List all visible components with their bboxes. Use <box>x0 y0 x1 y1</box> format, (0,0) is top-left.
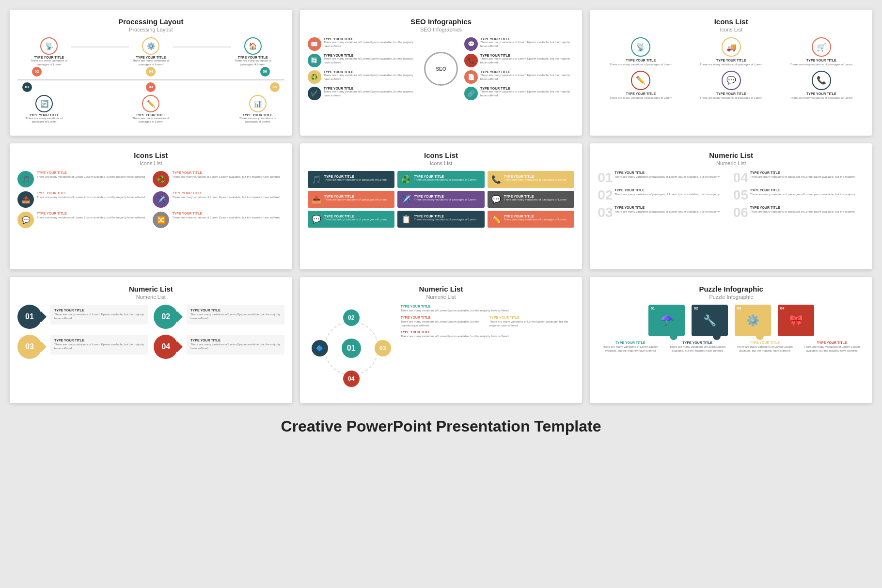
proc-body-05: There are many variations of passages of… <box>236 117 280 124</box>
slide-9-subtitle: Puzzle Infographic <box>598 294 865 300</box>
num-circ-04: 04 TYPE YOUR TITLE There are many variat… <box>154 335 284 359</box>
icon-list-3: 📤 TYPE YOUR TITLE There are many variati… <box>17 191 149 208</box>
num-text-06: TYPE YOUR TITLE There are many variation… <box>750 206 855 214</box>
icons-box-grid: 🎵 TYPE YOUR TITLE There are many variati… <box>308 171 575 228</box>
seo-item-5: 💬 TYPE YOUR TITLE There are many variati… <box>464 37 574 51</box>
circular-layout: 01 02 03 04 🔷 TYPE YOUR TITLE There are … <box>308 305 575 392</box>
slide-7-title: Numeric List <box>17 285 284 293</box>
slide-8-title: Numeric List <box>308 285 575 293</box>
proc-item-04: ⚙️ TYPE YOUR TITLE There are many variat… <box>129 37 173 67</box>
num-circ-04-circle: 04 <box>154 335 178 359</box>
num-01: 01 <box>598 171 612 185</box>
icon-list-4: ✈️ TYPE YOUR TITLE There are many variat… <box>153 191 284 208</box>
puzzle-num-2: 02 <box>694 306 698 310</box>
num-circ-01: 01 TYPE YOUR TITLE There are many variat… <box>17 305 148 329</box>
num-text-01: TYPE YOUR TITLE There are many variation… <box>614 171 720 179</box>
num-05: 05 <box>733 188 748 202</box>
circ-pos-04: 04 <box>343 371 360 387</box>
slide-grid: Processing Layout Processing Layout 📡 TY… <box>10 10 872 403</box>
num-03: 03 <box>598 206 612 219</box>
puzzle-piece-2: 02 🔧 <box>692 305 728 336</box>
proc-num-04: 04 <box>146 67 156 77</box>
icon-box-icon-8: 📋 <box>401 215 411 224</box>
icon-box-icon-3: 📞 <box>491 175 501 184</box>
icon-circle-5: 💬 <box>722 71 741 90</box>
icon-circle-4: ✏️ <box>631 71 650 90</box>
seo-item-3: ♻️ TYPE YOUR TITLE There are many variat… <box>308 70 418 84</box>
icon-list-text-6: TYPE YOUR TITLE There are many variation… <box>172 212 280 220</box>
icon-vert-4: ✏️ TYPE YOUR TITLE There are many variat… <box>598 71 684 100</box>
icon-list-text-1: TYPE YOUR TITLE There are many variation… <box>37 171 145 179</box>
seo-item-4: ✔️ TYPE YOUR TITLE There are many variat… <box>308 87 418 100</box>
icon-list-text-2: TYPE YOUR TITLE There are many variation… <box>172 171 280 179</box>
slide-puzzle: Puzzle Infographic Puzzle Infographic 01… <box>590 277 872 403</box>
icon-list-circle-3: 📤 <box>17 191 34 208</box>
proc-title-01: TYPE YOUR TITLE <box>29 113 59 117</box>
proc-body-06: There are many variations of passages of… <box>231 59 275 67</box>
proc-body-01: There are many variations of passages of… <box>22 117 66 124</box>
seo-center: SEO <box>422 37 460 100</box>
icon-list-text-5: TYPE YOUR TITLE There are many variation… <box>37 212 145 220</box>
num-circ-04-text: TYPE YOUR TITLE There are many variation… <box>187 335 284 355</box>
icon-circle-3: 🛒 <box>812 37 831 57</box>
seo-layout: ✉️ TYPE YOUR TITLE There are many variat… <box>308 37 575 100</box>
num-circ-02: 02 TYPE YOUR TITLE There are many variat… <box>154 305 284 329</box>
seo-right-col: 💬 TYPE YOUR TITLE There are many variati… <box>464 37 574 100</box>
proc-icon-05: 📊 <box>249 95 267 112</box>
slide-2-title: SEO Infographics <box>308 17 575 26</box>
circular-diagram: 01 02 03 04 🔷 <box>308 305 395 392</box>
seo-item-2: 🔄 TYPE YOUR TITLE There are many variati… <box>308 54 418 67</box>
slide-6-subtitle: Numeric List <box>598 160 865 166</box>
slide-1-title: Processing Layout <box>17 17 284 26</box>
icons-grid-3x2: 📡 TYPE YOUR TITLE There are many variati… <box>598 37 865 100</box>
icon-vert-1: 📡 TYPE YOUR TITLE There are many variati… <box>598 37 684 67</box>
num-item-02: 02 TYPE YOUR TITLE There are many variat… <box>598 188 729 202</box>
proc-icon-06: 🏠 <box>244 37 262 55</box>
icon-list-circle-2: ♻️ <box>153 171 169 187</box>
proc-item-06: 🏠 TYPE YOUR TITLE There are many variati… <box>231 37 275 67</box>
proc-num-06: 06 <box>260 67 270 77</box>
proc-item-03: ✏️ TYPE YOUR TITLE There are many variat… <box>129 95 173 124</box>
puzzle-pieces-row: 01 ☂️ 02 🔧 03 ⚙️ 04 🎀 <box>598 305 865 336</box>
icon-box-text-3: TYPE YOUR TITLE There are many variation… <box>504 175 567 182</box>
icons-list-2col: 🎵 TYPE YOUR TITLE There are many variati… <box>17 171 284 228</box>
puzzle-notch-1 <box>670 332 677 340</box>
arrow-03 <box>41 341 47 353</box>
icon-box-icon-2: ♻️ <box>401 175 411 184</box>
icon-box-icon-9: ✏️ <box>491 215 501 224</box>
puzzle-piece-1: 01 ☂️ <box>648 305 685 336</box>
seo-text-3: TYPE YOUR TITLE There are many variation… <box>324 70 418 81</box>
icon-box-text-6: TYPE YOUR TITLE There are many variation… <box>504 195 567 202</box>
slide-3-title: Icons List <box>598 17 865 26</box>
arrow-02 <box>177 311 183 323</box>
proc-icon-04: ⚙️ <box>142 37 159 55</box>
icon-circle-1: 📡 <box>631 37 650 57</box>
icon-box-text-4: TYPE YOUR TITLE There are many variation… <box>324 195 387 202</box>
circ-pos-03: 03 <box>375 340 391 356</box>
icon-list-text-4: TYPE YOUR TITLE There are many variation… <box>172 191 280 200</box>
slide-processing: Processing Layout Processing Layout 📡 TY… <box>10 10 292 136</box>
icon-box-text-2: TYPE YOUR TITLE There are many variation… <box>414 175 476 182</box>
slide-3-subtitle: Icons List <box>598 27 865 32</box>
puzzle-notch-3 <box>756 332 764 340</box>
num-circ-03-circle: 03 <box>17 335 42 359</box>
num-circ-03: 03 TYPE YOUR TITLE There are many variat… <box>17 335 148 359</box>
icon-box-icon-4: 📤 <box>312 195 321 204</box>
slide-4-title: Icons List <box>17 151 284 159</box>
puzzle-piece-4: 04 🎀 <box>778 305 814 336</box>
num-text-03: TYPE YOUR TITLE There are many variation… <box>614 206 720 214</box>
icon-vert-3: 🛒 TYPE YOUR TITLE There are many variati… <box>778 37 865 67</box>
icon-list-6: 🔀 TYPE YOUR TITLE There are many variati… <box>153 212 284 228</box>
icon-box-7: 💬 TYPE YOUR TITLE There are many variati… <box>308 211 395 228</box>
num-06: 06 <box>733 206 748 219</box>
puzzle-icon-1: ☂️ <box>660 314 673 327</box>
page-footer: Creative PowerPoint Presentation Templat… <box>10 413 872 445</box>
num-item-04: 04 TYPE YOUR TITLE There are many variat… <box>733 171 865 185</box>
icon-box-2: ♻️ TYPE YOUR TITLE There are many variat… <box>397 171 485 188</box>
proc-icon-03: ✏️ <box>142 95 159 112</box>
seo-item-1: ✉️ TYPE YOUR TITLE There are many variat… <box>308 37 418 51</box>
puzzle-num-1: 01 <box>651 306 655 310</box>
slide-icons-list: Icons List Icons List 🎵 TYPE YOUR TITLE … <box>10 143 292 269</box>
proc-item-02: 📡 TYPE YOUR TITLE There are many variati… <box>27 37 71 67</box>
numeric-2col: 01 TYPE YOUR TITLE There are many variat… <box>598 171 865 219</box>
